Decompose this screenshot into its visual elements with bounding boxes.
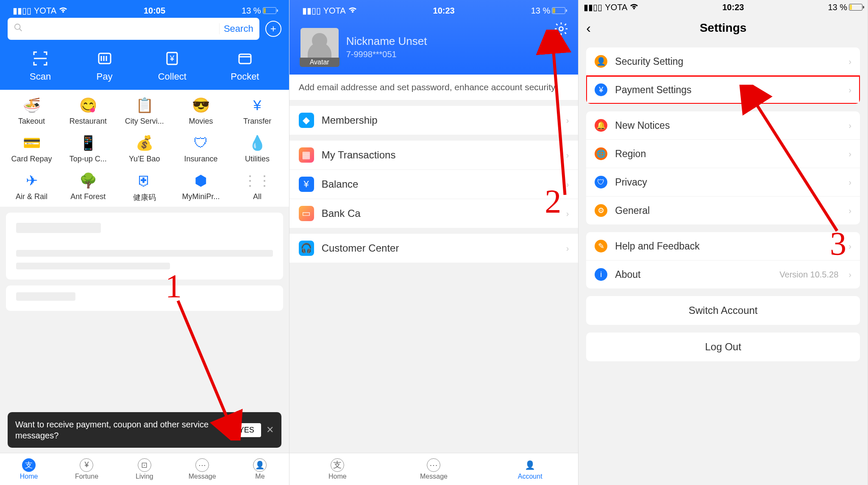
skeleton-line: [16, 250, 273, 257]
settings-row-security-setting[interactable]: 👤Security Setting›: [586, 47, 860, 76]
service-item[interactable]: ⋮⋮All: [229, 171, 286, 202]
signal-icon: ▮▮▯▯: [302, 6, 321, 16]
tab-label: Message: [420, 473, 448, 480]
service-item[interactable]: 🍜Takeout: [3, 96, 60, 126]
quick-actions: Scan Pay ¥ Collect Pocket: [8, 49, 281, 82]
chevron-right-icon: ›: [849, 206, 851, 216]
add-button[interactable]: +: [265, 21, 281, 37]
skeleton-line: [16, 263, 170, 269]
search-bar[interactable]: Search: [8, 18, 259, 40]
menu-row-membership[interactable]: ◆Membership›: [289, 106, 579, 135]
settings-row-privacy[interactable]: 🛡Privacy›: [586, 168, 860, 197]
tab-home[interactable]: 支Home: [0, 453, 58, 485]
switch-account-button[interactable]: Switch Account: [586, 296, 860, 325]
header-blue: ▮▮▯▯ YOTA 10:05 13 % Search +: [0, 0, 289, 90]
quick-pocket[interactable]: Pocket: [231, 49, 259, 82]
quick-collect[interactable]: ¥ Collect: [158, 49, 186, 82]
service-item[interactable]: 💧Utilities: [229, 133, 286, 164]
search-button[interactable]: Search: [219, 23, 253, 34]
wifi-icon: [630, 3, 638, 12]
service-item[interactable]: ¥Transfer: [229, 96, 286, 126]
service-label: 健康码: [133, 192, 156, 202]
quick-pay[interactable]: Pay: [95, 49, 114, 82]
service-icon: 💰: [135, 133, 154, 152]
service-item[interactable]: 😎Movies: [172, 96, 229, 126]
screen-3-settings: ▮▮▯▯ YOTA 10:23 13 % ‹ Settings 👤Securit…: [579, 0, 868, 485]
service-item[interactable]: ⛨健康码: [116, 171, 172, 202]
service-item[interactable]: 📋City Servi...: [116, 96, 172, 126]
service-item[interactable]: 😋Restaurant: [60, 96, 116, 126]
service-item[interactable]: 🌳Ant Forest: [60, 171, 116, 202]
service-item[interactable]: 🛡Insurance: [172, 133, 229, 164]
tab-message[interactable]: ⋯Message: [173, 453, 231, 485]
battery-icon: [263, 7, 276, 14]
status-bar: ▮▮▯▯ YOTA 10:23 13 %: [579, 0, 868, 14]
account-menu: ◆Membership›▦My Transactions›¥Balance›▭B…: [289, 106, 579, 263]
back-button[interactable]: ‹: [586, 20, 591, 36]
clock: 10:23: [433, 6, 455, 16]
avatar-tag: Avatar: [300, 58, 339, 67]
chevron-right-icon: ›: [566, 150, 569, 160]
wifi-icon: [59, 6, 67, 16]
row-icon: 🎧: [299, 241, 314, 256]
service-icon: 📋: [135, 96, 154, 114]
service-label: Top-up C...: [70, 155, 107, 164]
tab-icon: ⋯: [427, 458, 440, 472]
menu-row-bank-ca[interactable]: ▭Bank Ca›: [289, 199, 579, 228]
settings-row-general[interactable]: ⚙General›: [586, 197, 860, 224]
tab-home[interactable]: 支Home: [289, 453, 386, 485]
menu-row-my-transactions[interactable]: ▦My Transactions›: [289, 141, 579, 170]
security-notice[interactable]: Add email addresse and set password, enh…: [289, 75, 579, 100]
row-label: My Transactions: [322, 149, 559, 161]
quick-scan[interactable]: Scan: [30, 49, 51, 82]
tab-message[interactable]: ⋯Message: [386, 453, 482, 485]
service-item[interactable]: ✈Air & Rail: [3, 171, 60, 202]
service-label: Transfer: [243, 117, 271, 126]
row-label: Balance: [322, 178, 559, 190]
toast-yes-button[interactable]: YES: [232, 423, 261, 437]
tab-label: Me: [255, 473, 264, 480]
tab-account[interactable]: 👤Account: [482, 453, 578, 485]
menu-row-customer-center[interactable]: 🎧Customer Center›: [289, 234, 579, 263]
avatar[interactable]: Avatar: [300, 28, 339, 66]
settings-row-region[interactable]: 🌐Region›: [586, 140, 860, 168]
tab-icon: 支: [22, 458, 36, 472]
profile-row[interactable]: Avatar Nickname Unset 7-9998***051 ›: [297, 28, 571, 66]
settings-button[interactable]: [554, 21, 569, 36]
row-label: Payment Settings: [615, 84, 841, 96]
settings-row-help-and-feedback[interactable]: ✎Help and Feedback›: [586, 232, 860, 261]
service-item[interactable]: 💰Yu'E Bao: [116, 133, 172, 164]
settings-row-new-notices[interactable]: 🔔New Notices›: [586, 111, 860, 140]
service-label: City Servi...: [125, 117, 164, 126]
tab-fortune[interactable]: ¥Fortune: [58, 453, 115, 485]
tab-bar: 支Home⋯Message👤Account: [289, 453, 579, 485]
menu-row-balance[interactable]: ¥Balance›: [289, 170, 579, 199]
chevron-right-icon: ›: [849, 241, 851, 251]
row-icon: i: [595, 268, 607, 281]
tab-icon: ⊡: [138, 458, 151, 472]
chevron-right-icon: ›: [849, 57, 851, 67]
row-label: Region: [615, 148, 841, 160]
toast-text: Want to receive payment, coupon and othe…: [15, 419, 227, 441]
logout-button[interactable]: Log Out: [586, 333, 860, 361]
row-label: New Notices: [615, 120, 841, 131]
carrier-label: YOTA: [605, 3, 627, 12]
service-item[interactable]: 📱Top-up C...: [60, 133, 116, 164]
chevron-right-icon: ›: [849, 149, 851, 159]
pay-icon: [95, 49, 114, 68]
toast-close-button[interactable]: ✕: [266, 424, 274, 435]
notification-prompt: Want to receive payment, coupon and othe…: [8, 412, 281, 448]
search-input[interactable]: [23, 24, 219, 34]
service-icon: 💳: [22, 133, 41, 152]
settings-row-about[interactable]: iAboutVersion 10.5.28›: [586, 261, 860, 288]
tab-me[interactable]: 👤Me: [231, 453, 289, 485]
tab-living[interactable]: ⊡Living: [116, 453, 173, 485]
service-item[interactable]: ⬢MyMiniPr...: [172, 171, 229, 202]
row-extra: Version 10.5.28: [779, 270, 838, 280]
collect-icon: ¥: [163, 49, 181, 68]
service-item[interactable]: 💳Card Repay: [3, 133, 60, 164]
skeleton-line: [16, 292, 75, 301]
service-label: Ant Forest: [70, 192, 106, 201]
chevron-right-icon: ›: [566, 116, 569, 125]
settings-row-payment-settings[interactable]: ¥Payment Settings›: [586, 76, 860, 104]
